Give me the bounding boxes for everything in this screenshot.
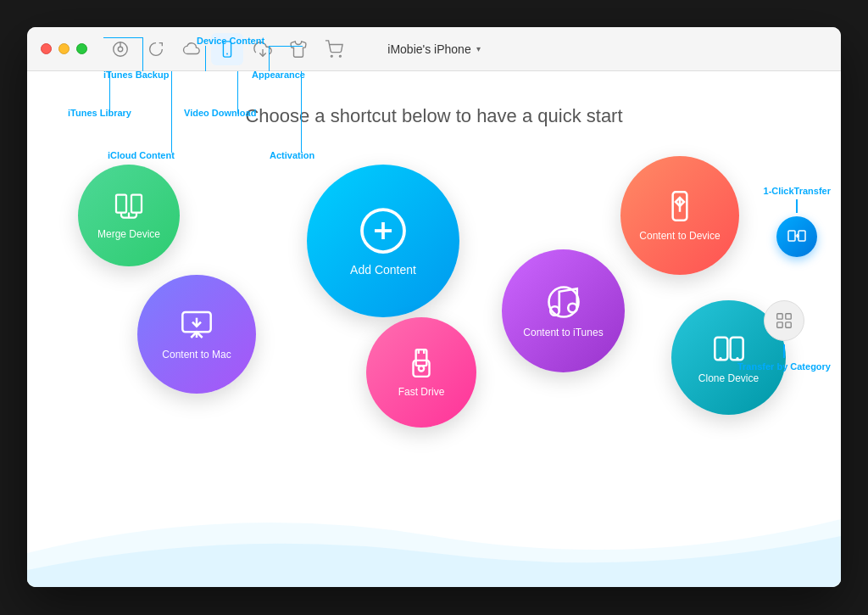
merge-device-button[interactable]: Merge Device	[78, 165, 180, 266]
minimize-button[interactable]	[58, 43, 70, 54]
main-content: Choose a shortcut below to have a quick …	[27, 71, 841, 587]
traffic-lights	[41, 43, 87, 54]
app-window: iMobie's iPhone ▾ iTunes Library iTunes …	[27, 27, 841, 587]
transfer-by-category-label: Transfer by Category	[737, 361, 831, 372]
device-content-button[interactable]	[211, 33, 243, 65]
svg-point-7	[339, 55, 341, 57]
merge-device-label: Merge Device	[97, 228, 160, 240]
transfer-icon	[787, 226, 807, 247]
itunes-library-button[interactable]	[104, 33, 136, 65]
itunes-backup-button[interactable]	[140, 33, 172, 65]
one-click-transfer-button[interactable]: 1-ClickTransfer	[764, 186, 831, 257]
content-to-mac-button[interactable]: Content to Mac	[137, 275, 256, 394]
content-to-itunes-icon	[546, 284, 581, 320]
one-click-transfer-icon[interactable]	[776, 216, 817, 257]
category-icon	[775, 311, 793, 330]
svg-rect-32	[798, 231, 805, 241]
shortcuts-container: Merge Device Content to Mac	[27, 139, 841, 587]
svg-rect-37	[786, 322, 791, 327]
add-content-button[interactable]: Add Content	[307, 165, 459, 317]
transfer-by-category-icon[interactable]	[764, 300, 804, 341]
page-subtitle: Choose a shortcut below to have a quick …	[27, 71, 841, 127]
video-download-button[interactable]	[247, 33, 279, 65]
content-to-mac-label: Content to Mac	[162, 349, 231, 361]
connector-line-2	[783, 344, 785, 358]
svg-point-24	[568, 303, 577, 312]
merge-icon	[114, 191, 144, 221]
icloud-content-button[interactable]	[175, 33, 208, 65]
fast-drive-label: Fast Drive	[398, 386, 445, 398]
connector-line-1	[796, 199, 798, 213]
titlebar: iMobie's iPhone ▾	[27, 27, 841, 71]
toolbar	[104, 33, 350, 65]
transfer-by-category-button[interactable]: Transfer by Category	[737, 300, 831, 372]
appearance-button[interactable]	[282, 33, 314, 65]
svg-rect-8	[116, 195, 126, 213]
content-to-mac-icon	[180, 308, 214, 342]
content-to-device-label: Content to Device	[639, 230, 720, 242]
svg-rect-9	[131, 195, 142, 213]
close-button[interactable]	[41, 43, 52, 54]
fast-drive-button[interactable]: Fast Drive	[366, 317, 476, 428]
add-content-icon	[358, 205, 409, 256]
chevron-down-icon: ▾	[476, 44, 481, 53]
svg-point-1	[118, 47, 123, 52]
svg-rect-35	[786, 314, 791, 319]
content-to-itunes-button[interactable]: Content to iTunes	[502, 249, 625, 372]
svg-point-6	[331, 55, 332, 57]
activation-button[interactable]	[318, 33, 350, 65]
clone-device-label: Clone Device	[698, 372, 759, 384]
svg-rect-34	[777, 314, 782, 319]
fast-drive-icon	[405, 347, 437, 379]
content-to-device-button[interactable]: Content to Device	[620, 156, 739, 275]
device-name: iMobie's iPhone	[387, 42, 470, 56]
device-selector[interactable]: iMobie's iPhone ▾	[387, 42, 480, 56]
svg-point-21	[419, 366, 424, 371]
add-content-label: Add Content	[350, 263, 416, 277]
content-to-itunes-label: Content to iTunes	[523, 327, 603, 338]
one-click-transfer-label: 1-ClickTransfer	[764, 186, 831, 196]
maximize-button[interactable]	[76, 43, 87, 54]
svg-rect-31	[788, 231, 795, 241]
svg-rect-17	[416, 349, 427, 366]
svg-rect-36	[777, 322, 782, 327]
content-to-device-icon	[663, 189, 697, 223]
svg-rect-27	[715, 337, 727, 360]
